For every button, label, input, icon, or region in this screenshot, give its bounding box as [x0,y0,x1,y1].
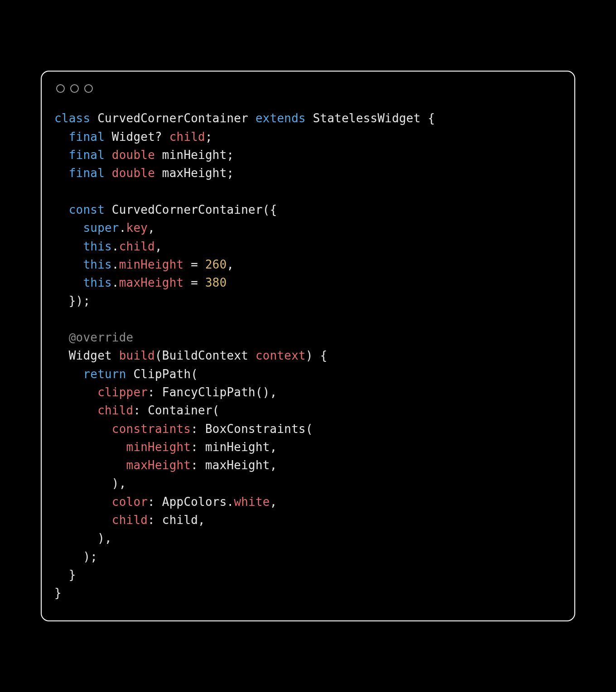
field-minheight: minHeight [162,148,227,162]
paren-open: ( [212,404,220,417]
call-fancyclippath: FancyClipPath [162,385,255,399]
return-type-widget: Widget [69,349,112,362]
param-child: child [119,240,155,253]
keyword-const: const [69,203,105,216]
type-double: double [112,166,155,180]
base-class: StatelessWidget [313,111,421,125]
keyword-this: this [83,276,111,289]
semicolon: ; [227,148,234,162]
traffic-light-zoom-icon[interactable] [84,84,93,93]
comma: , [227,258,234,271]
equals: = [183,276,205,289]
colon: : [148,513,162,527]
paren-open: ( [191,367,198,381]
paren-brace: ) { [306,349,327,362]
keyword-final: final [69,148,105,162]
semicolon: ; [227,166,234,180]
comma: , [270,495,277,509]
keyword-this: this [83,258,111,271]
annotation-override: @override [69,331,134,344]
arg-constraints: constraints [112,422,191,436]
equals: = [183,258,205,271]
param-minheight: minHeight [119,258,184,271]
arg-child: child [97,404,133,417]
brace-open: { [428,111,435,125]
ref-maxheight: maxHeight [205,458,270,472]
ref-appcolors: AppColors [162,495,227,509]
literal-380: 380 [205,276,227,289]
brace-close: } [54,586,62,600]
comma: , [148,221,155,235]
param-key: key [126,221,148,235]
paren-open: ( [306,422,313,436]
colon: : [191,458,205,472]
call-boxconstraints: BoxConstraints [205,422,306,436]
traffic-light-close-icon[interactable] [56,84,65,93]
dot: . [119,221,126,235]
comma: , [155,240,162,253]
window-traffic-lights [56,84,562,93]
dot: . [112,240,119,253]
ref-white: white [234,495,270,509]
colon: : [133,404,148,417]
keyword-return: return [83,367,126,381]
dot: . [112,276,119,289]
arg-child: child [112,513,148,527]
paren-close-semi: ); [83,550,97,563]
comma: , [198,513,205,527]
param-context: context [255,349,306,362]
call-close: (), [255,385,277,399]
literal-260: 260 [205,258,227,271]
brace-paren-close: }); [69,294,91,308]
keyword-final: final [69,166,105,180]
keyword-final: final [69,130,105,144]
semicolon: ; [205,130,212,144]
comma: , [270,440,277,454]
arg-clipper: clipper [97,385,148,399]
call-container: Container [148,404,212,417]
nullable-mark: ? [155,130,162,144]
keyword-class: class [54,111,90,125]
field-maxheight: maxHeight [162,166,227,180]
call-clippath: ClipPath [133,367,191,381]
keyword-this: this [83,240,111,253]
paren-brace-open: ({ [263,203,277,216]
type-buildcontext: BuildContext [162,349,248,362]
arg-color: color [112,495,148,509]
type-widget: Widget [112,130,155,144]
ref-minheight: minHeight [205,440,270,454]
method-build: build [119,349,155,362]
ref-child: child [162,513,198,527]
dot: . [227,495,234,509]
brace-close: } [69,568,76,581]
traffic-light-minimize-icon[interactable] [70,84,79,93]
keyword-super: super [83,221,119,235]
paren-close: ), [97,531,112,545]
constructor-name: CurvedCornerContainer [112,203,263,216]
colon: : [148,495,162,509]
colon: : [191,422,205,436]
paren-close: ), [112,476,126,490]
colon: : [148,385,162,399]
dot: . [112,258,119,271]
paren-open: ( [155,349,162,362]
comma: , [270,458,277,472]
arg-maxheight: maxHeight [126,458,191,472]
colon: : [191,440,205,454]
type-double: double [112,148,155,162]
code-window: class CurvedCornerContainer extends Stat… [41,71,575,621]
code-block: class CurvedCornerContainer extends Stat… [54,109,562,602]
class-name: CurvedCornerContainer [97,111,248,125]
keyword-extends: extends [255,111,306,125]
field-child: child [169,130,205,144]
arg-minheight: minHeight [126,440,191,454]
param-maxheight: maxHeight [119,276,184,289]
